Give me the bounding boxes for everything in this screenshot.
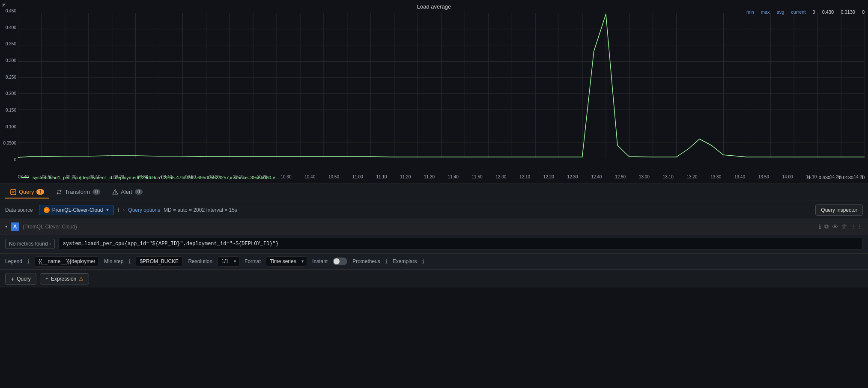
legend-label: Legend xyxy=(5,258,22,264)
tab-query-label: Query xyxy=(19,189,34,195)
min-step-info-icon[interactable]: ℹ xyxy=(128,258,131,265)
expand-icon[interactable]: › xyxy=(123,207,125,213)
datasource-info-icon[interactable]: ℹ xyxy=(117,207,119,213)
instant-label: Instant xyxy=(312,258,328,264)
query-row-chevron[interactable]: ▾ xyxy=(5,224,7,229)
expression-warn-icon: ⚠ xyxy=(79,276,84,282)
query-delete-icon[interactable]: 🗑 xyxy=(841,223,847,230)
query-source-name: (PromQL-Clever-Cloud) xyxy=(23,224,77,230)
query-options-bar: Data source P PromQL-Clever-Cloud ▼ ℹ › … xyxy=(0,201,868,219)
instant-toggle[interactable] xyxy=(333,258,347,265)
metrics-chevron: › xyxy=(50,242,51,246)
query-copy-icon[interactable]: ⧉ xyxy=(824,223,829,230)
query-input[interactable] xyxy=(58,238,863,250)
query-inspector-button[interactable]: Query inspector xyxy=(815,204,863,216)
tab-transform-label: Transform xyxy=(65,189,90,195)
add-expr-plus-icon: + xyxy=(45,276,48,282)
chart-legend: system.load1_per_cpu{deployment_id=deplo… xyxy=(21,175,279,180)
y-axis: 0.450 0.400 0.350 0.300 0.250 0.200 0.15… xyxy=(0,9,18,162)
stat-current-val: 0 xyxy=(862,175,865,180)
legend-info-icon[interactable]: ℹ xyxy=(27,258,30,265)
resolution-select-wrapper: 1/1 1/2 1/4 ▼ xyxy=(218,256,239,267)
legend-line-color xyxy=(21,177,29,178)
query-row-a: ▾ A (PromQL-Clever-Cloud) ℹ ⧉ 👁 🗑 ⋮⋮ No … xyxy=(0,219,868,270)
query-options-meta: MD = auto = 2002 Interval = 15s xyxy=(164,207,237,213)
add-query-button[interactable]: + Query xyxy=(5,273,36,285)
min-step-label: Min step xyxy=(104,258,123,264)
metrics-selector[interactable]: No metrics found › xyxy=(5,239,55,249)
add-expression-label: Expression xyxy=(51,276,76,282)
chart-corner-icon: ◤ xyxy=(3,3,6,7)
tab-transform[interactable]: Transform 0 xyxy=(51,186,105,198)
svg-rect-47 xyxy=(11,190,16,195)
prometheus-label: Prometheus xyxy=(352,258,380,264)
legend-text: system.load1_per_cpu{deployment_id=deplo… xyxy=(33,175,279,180)
tab-query-badge: 1 xyxy=(36,189,44,195)
tab-query[interactable]: Query 1 xyxy=(5,186,49,198)
datasource-label: Data source xyxy=(5,207,33,213)
add-query-plus-icon: + xyxy=(11,275,14,282)
datasource-icon: P xyxy=(44,207,50,213)
min-step-input[interactable] xyxy=(136,256,183,267)
datasource-name: PromQL-Clever-Cloud xyxy=(52,207,103,213)
prometheus-info-icon[interactable]: ℹ xyxy=(385,258,388,265)
query-info-icon[interactable]: ℹ xyxy=(819,223,821,230)
bottom-bar: + Query + Expression ⚠ xyxy=(0,270,868,287)
add-query-label: Query xyxy=(17,276,31,282)
svg-point-51 xyxy=(115,193,115,193)
chart-svg xyxy=(18,13,865,158)
chart-container: ◤ Load average min max avg current 0 0.4… xyxy=(0,0,868,184)
query-options-row: Legend ℹ Min step ℹ Resolution 1/1 1/2 1… xyxy=(0,254,868,269)
query-hide-icon[interactable]: 👁 xyxy=(832,223,838,230)
query-drag-icon[interactable]: ⋮⋮ xyxy=(851,223,863,230)
tab-alert-badge: 0 xyxy=(135,189,143,195)
transform-icon xyxy=(56,189,62,195)
query-row-actions: ℹ ⧉ 👁 🗑 ⋮⋮ xyxy=(819,223,863,230)
format-label: Format xyxy=(245,258,261,264)
metrics-label: No metrics found xyxy=(9,241,48,247)
add-expression-button[interactable]: + Expression ⚠ xyxy=(40,273,89,284)
stat-min-val: 0 xyxy=(808,175,810,180)
query-row-header: ▾ A (PromQL-Clever-Cloud) ℹ ⧉ 👁 🗑 ⋮⋮ xyxy=(0,219,868,234)
datasource-chevron: ▼ xyxy=(105,208,109,212)
format-select-wrapper: Time series Table Heatmap ▼ xyxy=(266,256,307,267)
stat-max-val: 0.430 xyxy=(819,175,831,180)
chart-title: Load average xyxy=(417,3,451,10)
tab-transform-badge: 0 xyxy=(92,189,100,195)
exemplars-info-icon[interactable]: ℹ xyxy=(422,258,424,265)
stat-avg-val: 0.0130 xyxy=(839,175,853,180)
chart-stats-values: 0 0.430 0.0130 0 xyxy=(808,175,865,180)
resolution-label: Resolution xyxy=(188,258,212,264)
toggle-knob xyxy=(334,258,340,264)
query-editor-row: No metrics found › xyxy=(0,234,868,254)
tabs-bar: Query 1 Transform 0 Alert 0 xyxy=(0,184,868,201)
query-icon xyxy=(10,189,16,195)
legend-input[interactable] xyxy=(35,256,99,267)
format-select[interactable]: Time series Table Heatmap xyxy=(266,256,307,267)
tab-alert-label: Alert xyxy=(121,189,132,195)
exemplars-label: Exemplars xyxy=(393,258,417,264)
resolution-select[interactable]: 1/1 1/2 1/4 xyxy=(218,256,239,267)
tab-alert[interactable]: Alert 0 xyxy=(107,186,148,198)
query-options-link[interactable]: Query options xyxy=(128,207,160,213)
datasource-selector[interactable]: P PromQL-Clever-Cloud ▼ xyxy=(39,205,114,215)
query-letter: A xyxy=(11,222,19,231)
alert-icon xyxy=(112,189,118,195)
